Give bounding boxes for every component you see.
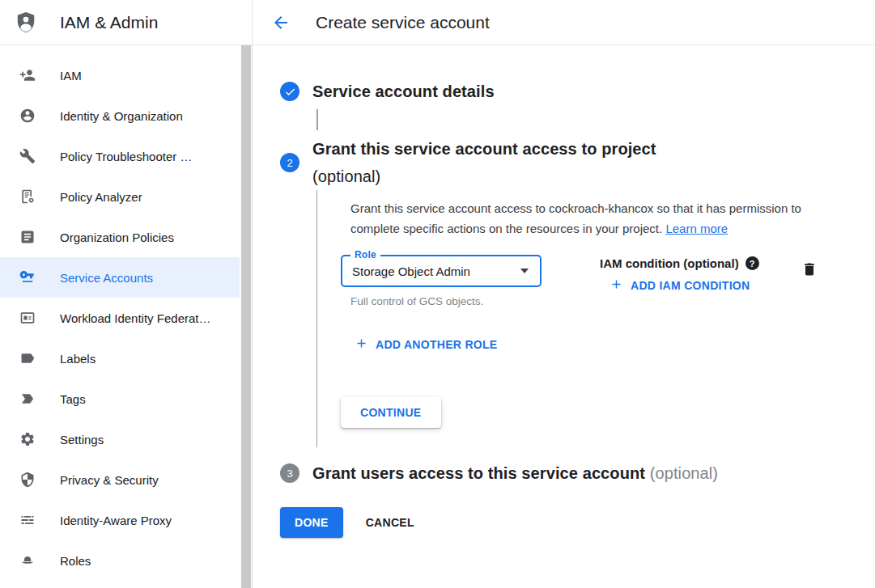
role-dropdown[interactable]: Role Storage Object Admin: [341, 255, 542, 287]
step-3-header[interactable]: 3 Grant users access to this service acc…: [280, 463, 875, 483]
step-2-title: Grant this service account access to pro…: [312, 135, 656, 163]
sidebar-item-label: Privacy & Security: [60, 473, 159, 487]
step-2-titles: Grant this service account access to pro…: [312, 135, 656, 190]
step-3-title-optional: (optional): [650, 464, 718, 482]
delete-role-button[interactable]: [801, 261, 818, 280]
hat-icon: [19, 552, 36, 569]
sidebar-item-roles[interactable]: Roles: [0, 540, 240, 581]
shield-person-icon: [14, 10, 38, 36]
sidebar-header: IAM & Admin: [0, 0, 252, 45]
role-field-label: Role: [350, 249, 380, 260]
person-add-icon: [19, 67, 36, 83]
role-helper-text: Full control of GCS objects.: [350, 295, 542, 307]
step-2-header: 2 Grant this service account access to p…: [280, 135, 875, 190]
step-1-check-icon: [280, 82, 299, 101]
app-window: IAM & Admin IAM Identity & Organization: [0, 0, 875, 588]
learn-more-link[interactable]: Learn more: [665, 222, 728, 235]
article-icon: [19, 229, 36, 245]
page-title: Create service account: [316, 13, 490, 32]
sidebar-item-settings[interactable]: Settings: [0, 419, 240, 459]
label-icon: [19, 350, 36, 366]
sidebar-item-label: Tags: [60, 392, 86, 406]
add-another-role-wrap: ADD ANOTHER ROLE: [355, 336, 875, 353]
sidebar-item-organization-policies[interactable]: Organization Policies: [0, 217, 240, 257]
sidebar-item-labels[interactable]: Labels: [0, 338, 240, 379]
arrow-left-icon: [271, 13, 291, 32]
stepper-connector: [316, 109, 318, 130]
product-title: IAM & Admin: [60, 13, 158, 32]
proxy-rows-icon: [19, 512, 36, 528]
sidebar-item-label: Workload Identity Federat…: [60, 311, 210, 325]
chevron-down-icon: [520, 269, 529, 273]
continue-button[interactable]: CONTINUE: [341, 397, 441, 428]
step-2-description: Grant this service account access to coc…: [350, 198, 826, 239]
main-panel: Create service account Service account d…: [253, 0, 875, 588]
sidebar-item-tags[interactable]: Tags: [0, 379, 240, 419]
role-selected-value: Storage Object Admin: [352, 264, 520, 278]
description-text: Grant this service account access to coc…: [350, 201, 801, 235]
step-3-title-text: Grant users access to this service accou…: [312, 464, 645, 482]
sidebar-item-label: Policy Troubleshooter …: [60, 150, 192, 163]
help-icon[interactable]: ?: [745, 256, 759, 270]
sidebar-item-label: Service Accounts: [60, 271, 153, 285]
account-circle-icon: [19, 108, 36, 124]
cancel-button[interactable]: CANCEL: [366, 516, 414, 529]
add-another-role-button[interactable]: ADD ANOTHER ROLE: [355, 336, 498, 353]
form-actions: DONE CANCEL: [280, 507, 875, 538]
sidebar-item-identity-organization[interactable]: Identity & Organization: [0, 95, 240, 136]
sidebar-item-label: Identity-Aware Proxy: [60, 514, 172, 527]
sidebar-scrollbar[interactable]: [241, 45, 251, 588]
sidebar-item-label: Policy Analyzer: [60, 190, 142, 204]
add-iam-condition-button[interactable]: ADD IAM CONDITION: [610, 277, 750, 294]
sidebar-item-label: Organization Policies: [60, 231, 174, 244]
plus-icon: [610, 277, 631, 294]
create-service-account-form: Service account details 2 Grant this ser…: [253, 45, 875, 538]
step-2-title-optional: (optional): [312, 163, 656, 190]
sidebar-item-service-accounts[interactable]: Service Accounts: [0, 257, 240, 298]
step-1-header[interactable]: Service account details: [280, 82, 875, 101]
sidebar-item-label: Labels: [60, 352, 96, 366]
add-another-role-label: ADD ANOTHER ROLE: [376, 338, 498, 351]
card-icon: [19, 310, 36, 326]
sidebar-item-label: Identity & Organization: [60, 109, 183, 123]
service-account-key-icon: [19, 269, 36, 286]
back-button[interactable]: [271, 13, 291, 32]
page-header: Create service account: [253, 0, 875, 45]
sidebar-item-label: Settings: [60, 433, 104, 446]
sidebar-item-label: IAM: [60, 69, 82, 82]
role-field-wrap: Role Storage Object Admin Full control o…: [341, 255, 542, 307]
step-2-body: Grant this service account access to coc…: [316, 190, 875, 447]
step-1-title: Service account details: [312, 82, 495, 101]
iam-condition-label-row: IAM condition (optional) ?: [600, 256, 759, 270]
tag-arrow-icon: [19, 391, 36, 407]
step-3-title: Grant users access to this service accou…: [312, 464, 718, 483]
trash-icon: [801, 268, 818, 280]
sidebar-item-policy-troubleshooter[interactable]: Policy Troubleshooter …: [0, 136, 240, 176]
iam-condition-label: IAM condition (optional): [600, 256, 739, 270]
gear-icon: [19, 431, 36, 447]
sidebar-item-iam[interactable]: IAM: [0, 55, 240, 95]
document-gear-icon: [19, 188, 36, 205]
sidebar: IAM & Admin IAM Identity & Organization: [0, 0, 253, 588]
sidebar-nav: IAM Identity & Organization Policy Troub…: [0, 45, 252, 588]
sidebar-item-policy-analyzer[interactable]: Policy Analyzer: [0, 176, 240, 217]
sidebar-item-workload-identity-federation[interactable]: Workload Identity Federat…: [0, 298, 240, 338]
iam-condition-block: IAM condition (optional) ? ADD IAM CONDI…: [600, 256, 759, 294]
wrench-icon: [19, 148, 36, 164]
role-row: Role Storage Object Admin Full control o…: [341, 255, 875, 307]
done-button[interactable]: DONE: [280, 507, 343, 538]
sidebar-item-identity-aware-proxy[interactable]: Identity-Aware Proxy: [0, 500, 240, 540]
plus-icon: [355, 336, 376, 353]
step-2-number-badge: 2: [280, 153, 299, 172]
sidebar-item-label: Roles: [60, 554, 91, 568]
add-iam-condition-label: ADD IAM CONDITION: [631, 279, 750, 292]
sidebar-item-privacy-security[interactable]: Privacy & Security: [0, 459, 240, 500]
step-3-number-badge: 3: [280, 463, 299, 483]
shield-icon: [19, 472, 36, 488]
